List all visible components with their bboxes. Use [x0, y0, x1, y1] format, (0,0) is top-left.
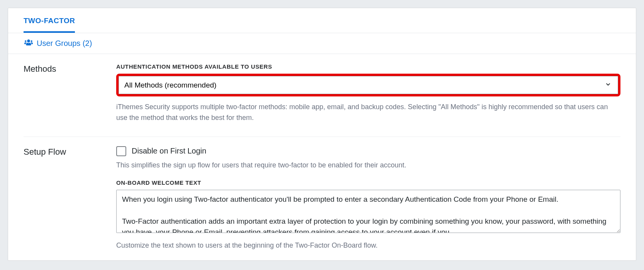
user-groups-label: User Groups (2) — [37, 39, 92, 48]
section-title-setup-flow: Setup Flow — [24, 146, 116, 251]
auth-methods-help: iThemes Security supports multiple two-f… — [116, 102, 620, 123]
onboard-welcome-textarea[interactable] — [116, 190, 620, 233]
auth-methods-field-title: Authentication Methods Available to User… — [116, 63, 620, 70]
onboard-welcome-help: Customize the text shown to users at the… — [116, 240, 620, 251]
settings-panel: Two-Factor User Groups (2) Methods Authe… — [8, 8, 636, 261]
users-icon — [24, 39, 33, 48]
disable-first-login-help: This simplifies the sign up flow for use… — [116, 160, 620, 171]
section-setup-flow: Setup Flow Disable on First Login This s… — [8, 137, 636, 260]
section-methods: Methods Authentication Methods Available… — [8, 54, 636, 133]
section-title-methods: Methods — [24, 63, 116, 123]
user-groups-link[interactable]: User Groups (2) — [24, 39, 92, 48]
auth-methods-select[interactable]: All Methods (recommended) — [119, 76, 618, 94]
onboard-welcome-title: On-Board Welcome Text — [116, 179, 620, 186]
disable-first-login-checkbox[interactable] — [116, 146, 126, 156]
subnav-bar: User Groups (2) — [8, 33, 636, 54]
auth-methods-highlight: All Methods (recommended) — [116, 74, 620, 96]
disable-first-login-label: Disable on First Login — [132, 147, 206, 155]
tab-two-factor[interactable]: Two-Factor — [24, 8, 75, 33]
tab-bar: Two-Factor — [8, 8, 636, 33]
